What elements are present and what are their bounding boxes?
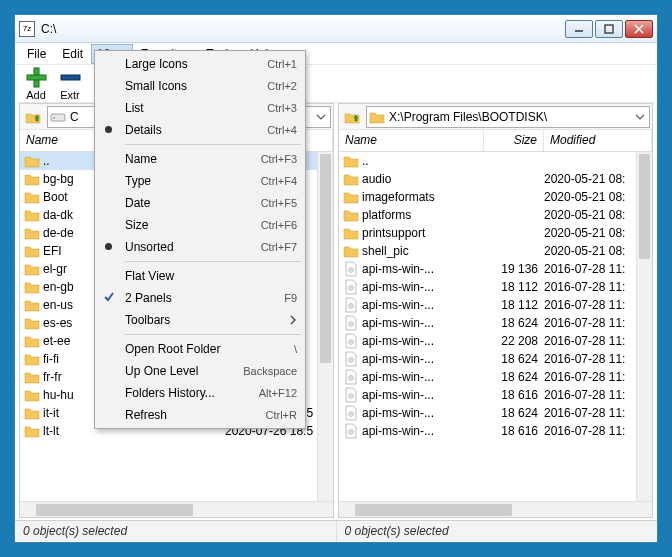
folder-icon (343, 225, 359, 241)
left-scrollbar-v[interactable] (317, 152, 333, 501)
close-button[interactable] (625, 20, 653, 38)
folder-icon (24, 279, 40, 295)
menu-item-2-panels[interactable]: 2 PanelsF9 (97, 287, 303, 309)
menu-item-open-root-folder[interactable]: Open Root Folder\ (97, 338, 303, 360)
menu-item-label: Details (125, 123, 257, 137)
right-up-button[interactable] (341, 106, 363, 128)
menu-item-details[interactable]: DetailsCtrl+4 (97, 119, 303, 141)
list-item[interactable]: audio2020-05-21 08: (339, 170, 652, 188)
menu-item-flat-view[interactable]: Flat View (97, 265, 303, 287)
folder-icon (24, 189, 40, 205)
svg-rect-6 (61, 75, 80, 80)
folder-icon (343, 189, 359, 205)
folder-icon (24, 405, 40, 421)
folder-icon (24, 207, 40, 223)
menu-item-accelerator: Ctrl+1 (267, 58, 297, 70)
right-col-modified[interactable]: Modified (544, 130, 652, 151)
right-list-header: Name Size Modified (339, 130, 652, 152)
minimize-button[interactable] (565, 20, 593, 38)
item-name: api-ms-win-... (362, 262, 484, 276)
svg-point-24 (350, 395, 352, 397)
list-item[interactable]: api-ms-win-...18 6162016-07-28 11: (339, 386, 652, 404)
menu-item-accelerator: \ (294, 343, 297, 355)
menu-item-refresh[interactable]: RefreshCtrl+R (97, 404, 303, 426)
folder-up-icon (25, 109, 41, 125)
item-name: .. (362, 154, 484, 168)
folder-icon (24, 297, 40, 313)
list-item[interactable]: api-ms-win-...18 6242016-07-28 11: (339, 404, 652, 422)
svg-point-16 (350, 323, 352, 325)
right-col-size[interactable]: Size (484, 130, 544, 151)
item-name: api-ms-win-... (362, 424, 484, 438)
maximize-button[interactable] (595, 20, 623, 38)
menu-item-accelerator: F9 (284, 292, 297, 304)
window-title: C:\ (41, 22, 565, 36)
toolbar-extract-button[interactable]: Extr (55, 65, 85, 102)
menu-item-accelerator: Ctrl+4 (267, 124, 297, 136)
folder-icon (24, 351, 40, 367)
list-item[interactable]: api-ms-win-...18 6242016-07-28 11: (339, 314, 652, 332)
folder-icon (24, 315, 40, 331)
view-menu-dropdown: Large IconsCtrl+1Small IconsCtrl+2ListCt… (94, 50, 306, 429)
menu-item-label: Toolbars (125, 313, 297, 327)
list-item[interactable]: api-ms-win-...18 6242016-07-28 11: (339, 350, 652, 368)
menu-item-name[interactable]: NameCtrl+F3 (97, 148, 303, 170)
list-item[interactable]: api-ms-win-...19 1362016-07-28 11: (339, 260, 652, 278)
right-scrollbar-h[interactable] (339, 501, 652, 517)
list-item[interactable]: printsupport2020-05-21 08: (339, 224, 652, 242)
list-item[interactable]: api-ms-win-...22 2082016-07-28 11: (339, 332, 652, 350)
menu-file[interactable]: File (19, 44, 54, 64)
right-path-input[interactable]: X:\Program Files\BOOTDISK\ (366, 106, 650, 128)
list-item[interactable]: shell_pic2020-05-21 08: (339, 242, 652, 260)
item-size: 18 616 (484, 424, 544, 438)
menu-item-large-icons[interactable]: Large IconsCtrl+1 (97, 53, 303, 75)
menu-edit[interactable]: Edit (54, 44, 91, 64)
menu-item-label: Open Root Folder (125, 342, 284, 356)
menu-item-label: Small Icons (125, 79, 257, 93)
item-size: 18 616 (484, 388, 544, 402)
toolbar-add-button[interactable]: Add (21, 65, 51, 102)
item-name: shell_pic (362, 244, 484, 258)
menu-item-toolbars[interactable]: Toolbars (97, 309, 303, 331)
file-icon (343, 315, 359, 331)
svg-point-20 (350, 359, 352, 361)
list-item[interactable]: imageformats2020-05-21 08: (339, 188, 652, 206)
list-item[interactable]: api-ms-win-...18 1122016-07-28 11: (339, 278, 652, 296)
svg-point-12 (350, 287, 352, 289)
folder-icon (24, 153, 40, 169)
left-up-button[interactable] (22, 106, 44, 128)
menu-item-accelerator: Ctrl+3 (267, 102, 297, 114)
folder-icon (343, 171, 359, 187)
menu-item-folders-history-[interactable]: Folders History...Alt+F12 (97, 382, 303, 404)
menu-item-unsorted[interactable]: UnsortedCtrl+F7 (97, 236, 303, 258)
item-size: 18 624 (484, 352, 544, 366)
menu-item-small-icons[interactable]: Small IconsCtrl+2 (97, 75, 303, 97)
item-name: printsupport (362, 226, 484, 240)
item-name: imageformats (362, 190, 484, 204)
right-scrollbar-v[interactable] (636, 152, 652, 501)
menu-item-label: 2 Panels (125, 291, 274, 305)
folder-icon (24, 225, 40, 241)
list-item[interactable]: platforms2020-05-21 08: (339, 206, 652, 224)
item-name: audio (362, 172, 484, 186)
list-item[interactable]: api-ms-win-...18 6242016-07-28 11: (339, 368, 652, 386)
left-scrollbar-h[interactable] (20, 501, 333, 517)
svg-point-10 (350, 269, 352, 271)
menu-item-label: List (125, 101, 257, 115)
menu-item-type[interactable]: TypeCtrl+F4 (97, 170, 303, 192)
list-item[interactable]: .. (339, 152, 652, 170)
right-col-name[interactable]: Name (339, 130, 484, 151)
svg-point-28 (350, 431, 352, 433)
list-item[interactable]: api-ms-win-...18 1122016-07-28 11: (339, 296, 652, 314)
menu-item-date[interactable]: DateCtrl+F5 (97, 192, 303, 214)
list-item[interactable]: api-ms-win-...18 6162016-07-28 11: (339, 422, 652, 440)
menu-item-label: Flat View (125, 269, 297, 283)
svg-point-18 (350, 341, 352, 343)
folder-icon (343, 153, 359, 169)
menu-item-size[interactable]: SizeCtrl+F6 (97, 214, 303, 236)
file-icon (343, 423, 359, 439)
folder-up-icon (344, 109, 360, 125)
menu-item-up-one-level[interactable]: Up One LevelBackspace (97, 360, 303, 382)
item-size: 18 624 (484, 316, 544, 330)
menu-item-list[interactable]: ListCtrl+3 (97, 97, 303, 119)
